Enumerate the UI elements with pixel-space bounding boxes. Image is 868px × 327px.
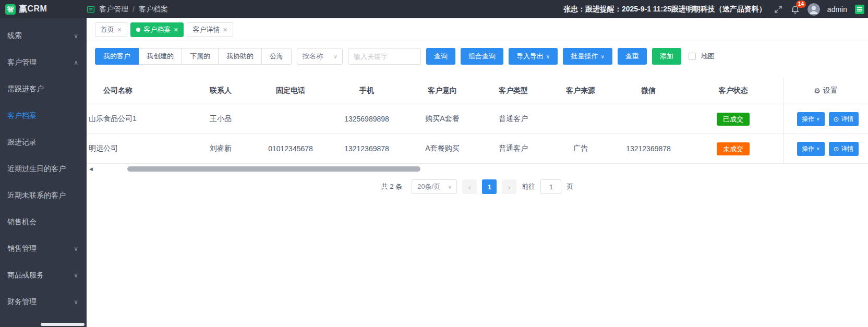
column-header-source: 客户来源 xyxy=(548,86,613,95)
action-label: 操作 xyxy=(802,115,814,124)
scroll-left-arrow-icon[interactable]: ◀ xyxy=(89,166,93,172)
page-size-value: 20条/页 xyxy=(417,182,440,191)
close-icon[interactable]: × xyxy=(174,26,178,33)
next-icon: › xyxy=(508,183,511,191)
row-detail-button[interactable]: ⊙ 详情 xyxy=(829,142,859,156)
breadcrumb-page[interactable]: 客户档案 xyxy=(139,5,168,14)
search-type-value: 按名称 xyxy=(303,52,323,61)
row-detail-button[interactable]: ⊙ 详情 xyxy=(829,112,859,126)
breadcrumb: 客户管理 / 客户档案 xyxy=(87,5,168,14)
sidebar-item-products-services[interactable]: 商品或服务 ∨ xyxy=(0,262,87,288)
tab-home[interactable]: 首页 × xyxy=(95,22,127,37)
sidebar-item-label: 销售管理 xyxy=(7,244,37,253)
filter-assisted[interactable]: 我协助的 xyxy=(218,48,262,65)
breadcrumb-section[interactable]: 客户管理 xyxy=(99,5,128,14)
fullscreen-icon[interactable] xyxy=(774,5,783,14)
prev-icon: ‹ xyxy=(468,183,471,191)
sidebar-item-label: 线索 xyxy=(7,31,22,41)
topbar-right: 张忠：跟进提醒：2025-9-1 11:25跟进明朝科技（送产品资料） 14 xyxy=(563,3,868,16)
detail-label: 详情 xyxy=(841,115,854,124)
sidebar-item-recent-birthdays[interactable]: 近期过生日的客户 xyxy=(0,155,87,182)
scrollbar-thumb[interactable] xyxy=(127,166,420,172)
tab-label: 客户详情 xyxy=(192,25,220,34)
column-header-type: 客户类型 xyxy=(479,86,548,95)
sidebar-item-customer-management[interactable]: 客户管理 ∧ xyxy=(0,49,87,76)
follow-up-reminder[interactable]: 张忠：跟进提醒：2025-9-1 11:25跟进明朝科技（送产品资料） xyxy=(563,5,766,14)
map-label[interactable]: 地图 xyxy=(701,52,715,61)
column-header-telephone: 固定电话 xyxy=(254,86,328,95)
close-icon[interactable]: × xyxy=(223,26,227,33)
status-badge: 已成交 xyxy=(717,113,750,126)
cell-status: 已成交 xyxy=(683,113,783,126)
import-export-button[interactable]: 导入导出 ∨ xyxy=(509,48,558,65)
status-badge: 未成交 xyxy=(717,142,750,155)
goto-page-input[interactable] xyxy=(540,179,561,194)
prev-page-button[interactable]: ‹ xyxy=(462,179,477,194)
dedupe-label: 查重 xyxy=(625,52,639,61)
query-button[interactable]: 查询 xyxy=(426,48,455,65)
sidebar-item-not-contacted[interactable]: 近期未联系的客户 xyxy=(0,182,87,209)
sidebar-item-sales-opportunities[interactable]: 销售机会 xyxy=(0,209,87,235)
add-button[interactable]: 添加 xyxy=(652,48,681,65)
toolbar: 我的客户 我创建的 下属的 我协助的 公海 按名称 ∨ 查询 组合查询 xyxy=(87,41,868,71)
table-settings[interactable]: ⚙ 设置 xyxy=(783,78,868,104)
current-page-button[interactable]: 1 xyxy=(482,179,497,194)
sidebar-scrollbar[interactable] xyxy=(41,323,85,326)
batch-operations-button[interactable]: 批量操作 ∨ xyxy=(563,48,612,65)
filter-my-customers[interactable]: 我的客户 xyxy=(95,48,139,65)
sidebar-item-follow-needed[interactable]: 需跟进客户 xyxy=(0,76,87,102)
filter-button-group: 我的客户 我创建的 下属的 我协助的 公海 xyxy=(95,48,292,65)
column-header-company: 公司名称 xyxy=(87,86,188,95)
sidebar-item-label: 商品或服务 xyxy=(7,271,44,280)
goto-suffix-label: 页 xyxy=(566,182,573,191)
sidebar-item-label: 近期未联系的客户 xyxy=(7,191,66,200)
cell-contact: 刘睿新 xyxy=(188,144,254,153)
combo-query-button[interactable]: 组合查询 xyxy=(461,48,503,65)
chevron-up-icon: ∧ xyxy=(74,59,78,66)
search-type-select[interactable]: 按名称 ∨ xyxy=(297,48,343,65)
cell-status: 未成交 xyxy=(683,142,783,155)
map-checkbox[interactable] xyxy=(689,53,696,60)
close-icon[interactable]: × xyxy=(117,26,122,33)
keyword-input[interactable] xyxy=(348,48,421,65)
page-size-select[interactable]: 20条/页 ∨ xyxy=(412,179,457,194)
crm-app: 智 赢CRM 客户管理 / 客户档案 张忠：跟进提醒：2025-9-1 11:2… xyxy=(0,0,868,327)
next-page-button[interactable]: › xyxy=(502,179,516,194)
chevron-down-icon: ∨ xyxy=(74,32,78,40)
filter-created-by-me[interactable]: 我创建的 xyxy=(138,48,182,65)
filter-subordinates[interactable]: 下属的 xyxy=(182,48,219,65)
sidebar-item-customer-archive[interactable]: 客户档案 xyxy=(0,102,87,129)
tab-customer-archive[interactable]: 客户档案 × xyxy=(130,22,184,37)
column-header-mobile: 手机 xyxy=(328,86,406,95)
breadcrumb-separator: / xyxy=(132,5,135,14)
chevron-down-icon: ∨ xyxy=(333,53,337,60)
active-tab-dot xyxy=(136,28,140,32)
filter-public-sea[interactable]: 公海 xyxy=(261,48,292,65)
top-bar: 智 赢CRM 客户管理 / 客户档案 张忠：跟进提醒：2025-9-1 11:2… xyxy=(0,0,868,18)
total-count: 共 2 条 xyxy=(381,182,402,191)
cell-source: 广告 xyxy=(548,144,613,153)
tab-label: 首页 xyxy=(101,25,114,34)
chevron-down-icon: ∨ xyxy=(74,272,78,279)
sidebar-item-follow-records[interactable]: 跟进记录 xyxy=(0,129,87,155)
column-header-intent: 客户意向 xyxy=(406,86,479,95)
avatar[interactable] xyxy=(807,3,820,16)
row-action-button[interactable]: 操作 ∨ xyxy=(797,142,825,156)
sidebar-item-finance-management[interactable]: 财务管理 ∨ xyxy=(0,288,87,315)
sidebar-item-leads[interactable]: 线索 ∨ xyxy=(0,22,87,49)
column-header-wechat: 微信 xyxy=(613,86,683,95)
sidebar-item-label: 客户档案 xyxy=(7,111,37,120)
table-row: 明远公司 刘睿新 01012345678 13212369878 A套餐购买 普… xyxy=(87,134,868,164)
sidebar-item-sales-management[interactable]: 销售管理 ∨ xyxy=(0,235,87,262)
row-action-button[interactable]: 操作 ∨ xyxy=(797,112,825,126)
notifications-bell[interactable]: 14 xyxy=(790,4,800,14)
username[interactable]: admin xyxy=(827,5,847,14)
tab-customer-detail[interactable]: 客户详情 × xyxy=(187,22,233,37)
goto-prefix-label: 前往 xyxy=(522,182,535,191)
dedupe-button[interactable]: 查重 xyxy=(618,48,647,65)
quick-menu-icon[interactable] xyxy=(854,4,865,15)
query-label: 查询 xyxy=(434,52,448,61)
column-header-contact: 联系人 xyxy=(188,86,254,95)
chevron-down-icon: ∨ xyxy=(546,54,550,59)
row-actions: 操作 ∨ ⊙ 详情 xyxy=(783,104,868,134)
